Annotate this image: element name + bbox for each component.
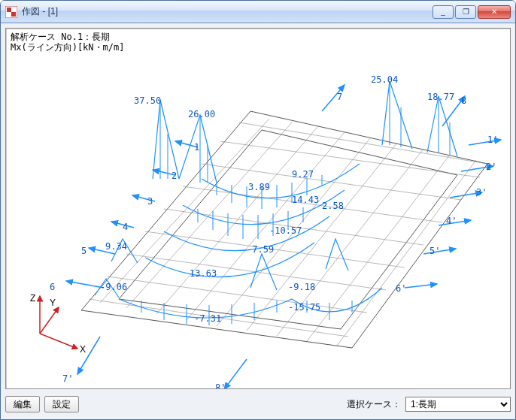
svg-text:7: 7 bbox=[337, 92, 342, 102]
svg-text:4': 4' bbox=[446, 216, 457, 226]
svg-text:-9.06: -9.06 bbox=[100, 282, 127, 292]
svg-line-19 bbox=[337, 160, 476, 346]
svg-text:-7.59: -7.59 bbox=[247, 244, 274, 255]
window-title: 作図 - [1] bbox=[22, 5, 433, 18]
svg-line-14 bbox=[187, 132, 345, 320]
svg-text:26.00: 26.00 bbox=[188, 109, 215, 119]
svg-text:1: 1 bbox=[194, 142, 199, 153]
svg-text:13.63: 13.63 bbox=[190, 268, 217, 279]
moment-diagram-3d: 1 2 3 4 5 6 7' 8' 7 8 1' 2' 3' 4' 5' 6' … bbox=[6, 29, 510, 389]
close-button[interactable]: ✕ bbox=[478, 5, 511, 19]
svg-text:5': 5' bbox=[429, 246, 440, 256]
svg-text:14.43: 14.43 bbox=[292, 195, 319, 205]
select-case-dropdown[interactable]: 1:長期 bbox=[405, 397, 511, 412]
svg-text:6': 6' bbox=[396, 283, 406, 294]
select-case-label: 選択ケース： bbox=[347, 398, 401, 411]
svg-line-16 bbox=[247, 143, 397, 331]
edit-button[interactable]: 編集 bbox=[5, 396, 40, 412]
svg-text:8: 8 bbox=[461, 95, 466, 106]
svg-text:3: 3 bbox=[147, 196, 153, 207]
svg-text:8': 8' bbox=[215, 382, 226, 389]
plot-canvas[interactable]: 解析ケース No.1：長期 Mx(ライン方向)[kN・m/m] X Y Z bbox=[5, 28, 511, 389]
svg-text:2: 2 bbox=[171, 171, 177, 181]
svg-text:-10.57: -10.57 bbox=[269, 225, 302, 236]
svg-text:2.58: 2.58 bbox=[322, 201, 344, 211]
app-icon bbox=[5, 6, 17, 18]
maximize-button[interactable]: ❐ bbox=[455, 5, 476, 19]
svg-line-11 bbox=[100, 119, 269, 303]
svg-text:3.89: 3.89 bbox=[248, 182, 270, 192]
svg-text:18.77: 18.77 bbox=[427, 92, 454, 102]
svg-text:6: 6 bbox=[50, 282, 55, 292]
window-buttons: _ ❐ ✕ bbox=[433, 5, 511, 19]
svg-text:-9.18: -9.18 bbox=[288, 282, 315, 292]
svg-text:9.27: 9.27 bbox=[292, 169, 314, 180]
app-window: 作図 - [1] _ ❐ ✕ 解析ケース No.1：長期 Mx(ライン方向)[k… bbox=[0, 0, 516, 420]
settings-button[interactable]: 設定 bbox=[44, 396, 79, 412]
svg-line-36 bbox=[224, 359, 247, 389]
svg-text:25.04: 25.04 bbox=[371, 74, 398, 85]
minimize-button[interactable]: _ bbox=[433, 5, 454, 19]
svg-text:-7.31: -7.31 bbox=[194, 313, 221, 324]
svg-line-44 bbox=[405, 284, 437, 288]
svg-text:-15.75: -15.75 bbox=[288, 302, 320, 313]
svg-text:7': 7' bbox=[62, 373, 73, 384]
svg-line-34 bbox=[66, 281, 104, 288]
svg-line-35 bbox=[77, 337, 100, 374]
svg-text:9.34: 9.34 bbox=[105, 241, 127, 252]
svg-text:3': 3' bbox=[476, 187, 487, 198]
titlebar: 作図 - [1] _ ❐ ✕ bbox=[1, 1, 515, 23]
svg-text:2': 2' bbox=[486, 162, 496, 172]
svg-text:5: 5 bbox=[81, 246, 87, 256]
client-area: 解析ケース No.1：長期 Mx(ライン方向)[kN・m/m] X Y Z bbox=[1, 23, 515, 419]
svg-rect-1 bbox=[7, 8, 11, 12]
svg-text:37.50: 37.50 bbox=[134, 95, 161, 106]
svg-text:1': 1' bbox=[487, 134, 498, 145]
bottom-toolbar: 編集 設定 選択ケース： 1:長期 bbox=[5, 394, 511, 415]
svg-text:4: 4 bbox=[123, 222, 128, 232]
svg-rect-2 bbox=[11, 12, 16, 17]
